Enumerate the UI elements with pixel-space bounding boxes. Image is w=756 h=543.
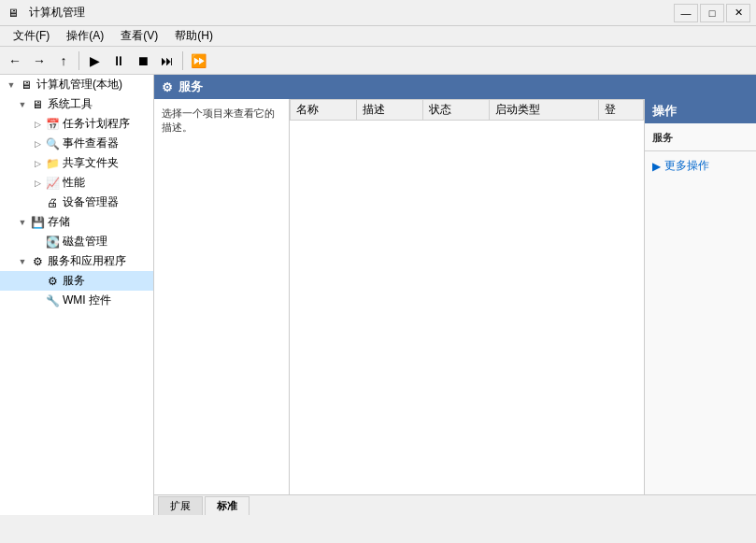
menu-file[interactable]: 文件(F): [6, 26, 57, 46]
tree-event-viewer[interactable]: ▷ 🔍 事件查看器: [0, 134, 153, 153]
disk-mgmt-icon: 💽: [45, 235, 60, 250]
actions-list: 服务 ▶ 更多操作: [645, 123, 756, 180]
services-apps-icon: ⚙: [30, 254, 45, 269]
task-scheduler-label: 任务计划程序: [63, 116, 130, 132]
menu-action[interactable]: 操作(A): [59, 26, 111, 46]
device-manager-expand: [30, 195, 45, 210]
tab-standard[interactable]: 标准: [205, 496, 250, 515]
action-more-label: 更多操作: [664, 158, 709, 174]
col-status[interactable]: 状态: [422, 100, 489, 121]
col-login[interactable]: 登: [598, 100, 643, 121]
root-icon: 🖥: [19, 78, 34, 93]
minimize-button[interactable]: —: [674, 4, 698, 22]
tree-wmi[interactable]: 🔧 WMI 控件: [0, 291, 153, 310]
services-header-label: 服务: [178, 79, 203, 95]
window-title: 计算机管理: [29, 5, 85, 21]
toolbar: ← → ↑ ▶ ⏸ ⏹ ⏭ ⏩: [0, 47, 756, 75]
toolbar-sep1: [78, 51, 79, 70]
title-bar: 🖥 计算机管理 — □ ✕: [0, 0, 756, 26]
close-button[interactable]: ✕: [726, 4, 750, 22]
tree-services-apps[interactable]: ▼ ⚙ 服务和应用程序: [0, 251, 153, 271]
action-section-services: 服务: [645, 127, 756, 147]
main-container: ▼ 🖥 计算机管理(本地) ▼ 🖥 系统工具 ▷ 📅 任务计划程序 ▷ 🔍 事件…: [0, 75, 756, 515]
tree-root[interactable]: ▼ 🖥 计算机管理(本地): [0, 75, 153, 94]
event-viewer-icon: 🔍: [45, 136, 60, 151]
action-more[interactable]: ▶ 更多操作: [645, 155, 756, 177]
tree-disk-mgmt[interactable]: 💽 磁盘管理: [0, 232, 153, 251]
toolbar-forward[interactable]: →: [28, 50, 50, 72]
action-sep: [645, 150, 756, 151]
shared-folders-expand: ▷: [30, 156, 45, 171]
task-scheduler-icon: 📅: [45, 117, 60, 132]
col-name[interactable]: 名称: [291, 100, 357, 121]
system-tools-icon: 🖥: [30, 97, 45, 112]
toolbar-up[interactable]: ↑: [52, 50, 75, 72]
tree-services[interactable]: ⚙ 服务: [0, 271, 153, 291]
toolbar-sep2: [182, 51, 183, 70]
toolbar-restart[interactable]: ⏭: [156, 50, 178, 72]
tree-performance[interactable]: ▷ 📈 性能: [0, 173, 153, 193]
system-tools-label: 系统工具: [48, 96, 93, 112]
tree-device-manager[interactable]: 🖨 设备管理器: [0, 193, 153, 212]
actions-panel: 操作 服务 ▶ 更多操作: [644, 99, 756, 494]
tree-task-scheduler[interactable]: ▷ 📅 任务计划程序: [0, 114, 153, 134]
shared-folders-label: 共享文件夹: [63, 155, 119, 171]
root-expand-icon: ▼: [4, 78, 19, 93]
services-expand: [30, 274, 45, 289]
wmi-label: WMI 控件: [63, 293, 111, 308]
services-apps-label: 服务和应用程序: [48, 253, 126, 269]
maximize-button[interactable]: □: [700, 4, 724, 22]
device-manager-label: 设备管理器: [63, 194, 119, 210]
col-startup[interactable]: 启动类型: [489, 100, 598, 121]
actions-header-label: 操作: [652, 103, 677, 120]
description-panel: 选择一个项目来查看它的描述。: [154, 99, 290, 494]
menu-bar: 文件(F) 操作(A) 查看(V) 帮助(H): [0, 26, 756, 47]
menu-help[interactable]: 帮助(H): [167, 26, 221, 46]
toolbar-stop[interactable]: ⏹: [132, 50, 154, 72]
event-viewer-expand: ▷: [30, 136, 45, 151]
services-list-container[interactable]: 名称 描述 状态 启动类型 登: [290, 99, 644, 494]
col-desc[interactable]: 描述: [356, 100, 422, 121]
bottom-tabs: 扩展 标准: [154, 494, 756, 515]
window-controls: — □ ✕: [674, 4, 750, 22]
wmi-expand: [30, 293, 45, 308]
wmi-icon: 🔧: [45, 293, 60, 308]
shared-folders-icon: 📁: [45, 156, 60, 171]
performance-expand: ▷: [30, 176, 45, 191]
actions-header: 操作: [645, 99, 756, 123]
description-text: 选择一个项目来查看它的描述。: [162, 107, 275, 133]
services-header-icon: ⚙: [162, 80, 173, 94]
services-table: 名称 描述 状态 启动类型 登: [290, 99, 644, 121]
right-area: ⚙ 服务 选择一个项目来查看它的描述。 名称 描述 状态 启动类型: [154, 75, 756, 515]
menu-view[interactable]: 查看(V): [113, 26, 165, 46]
task-scheduler-expand: ▷: [30, 117, 45, 132]
disk-mgmt-expand: [30, 235, 45, 250]
services-icon: ⚙: [45, 274, 60, 289]
action-more-arrow: ▶: [652, 160, 661, 173]
device-manager-icon: 🖨: [45, 195, 60, 210]
services-header: ⚙ 服务: [154, 75, 756, 99]
title-bar-left: 🖥 计算机管理: [6, 5, 85, 21]
storage-icon: 💾: [30, 215, 45, 230]
storage-expand: ▼: [15, 215, 30, 230]
tree-shared-folders[interactable]: ▷ 📁 共享文件夹: [0, 153, 153, 173]
disk-mgmt-label: 磁盘管理: [63, 234, 107, 250]
app-icon: 🖥: [6, 6, 21, 21]
services-label: 服务: [63, 273, 85, 289]
toolbar-more[interactable]: ⏩: [187, 50, 209, 72]
performance-label: 性能: [63, 175, 85, 191]
storage-label: 存储: [48, 214, 70, 230]
left-panel: ▼ 🖥 计算机管理(本地) ▼ 🖥 系统工具 ▷ 📅 任务计划程序 ▷ 🔍 事件…: [0, 75, 154, 515]
tree-storage[interactable]: ▼ 💾 存储: [0, 212, 153, 232]
performance-icon: 📈: [45, 176, 60, 191]
tab-extended[interactable]: 扩展: [158, 496, 203, 515]
system-tools-expand: ▼: [15, 97, 30, 112]
toolbar-back[interactable]: ←: [4, 50, 26, 72]
toolbar-play[interactable]: ▶: [83, 50, 106, 72]
services-apps-expand: ▼: [15, 254, 30, 269]
tree-root-label: 计算机管理(本地): [36, 77, 122, 93]
tree-system-tools[interactable]: ▼ 🖥 系统工具: [0, 94, 153, 114]
services-body: 选择一个项目来查看它的描述。 名称 描述 状态 启动类型 登: [154, 99, 756, 494]
event-viewer-label: 事件查看器: [63, 136, 119, 151]
toolbar-pause[interactable]: ⏸: [107, 50, 130, 72]
